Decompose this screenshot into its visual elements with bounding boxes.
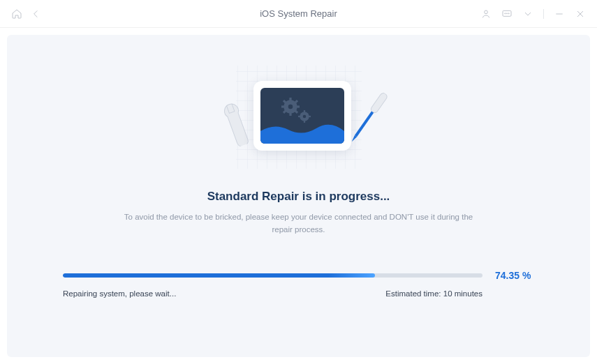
eta-text: Estimated time: 10 minutes	[385, 289, 482, 298]
svg-rect-23	[354, 112, 373, 137]
svg-point-7	[288, 105, 293, 109]
close-icon[interactable]	[573, 7, 587, 21]
svg-rect-11	[295, 105, 299, 107]
progress-bar-row: 74.35 %	[63, 270, 534, 281]
progress-percent: 74.35 %	[495, 270, 534, 281]
feedback-icon[interactable]	[500, 7, 514, 21]
svg-rect-18	[303, 110, 304, 113]
progress-subtext: To avoid the device to be bricked, pleas…	[117, 211, 480, 236]
svg-point-17	[302, 115, 306, 119]
account-icon[interactable]	[479, 7, 493, 21]
status-text: Repairing system, please wait...	[63, 289, 176, 298]
svg-rect-22	[369, 92, 388, 114]
titlebar-right	[479, 7, 587, 21]
progress-track	[63, 273, 482, 278]
svg-point-3	[506, 13, 507, 13]
titlebar-left	[10, 7, 43, 21]
svg-rect-10	[281, 105, 285, 107]
main-content: Standard Repair is in progress... To avo…	[7, 35, 590, 357]
app-window: iOS System Repair	[0, 0, 597, 364]
progress-fill	[63, 273, 375, 278]
progress-heading: Standard Repair is in progress...	[207, 190, 390, 204]
gear-icon	[298, 110, 311, 123]
svg-rect-9	[289, 112, 291, 116]
minimize-icon[interactable]	[552, 7, 566, 21]
svg-point-2	[505, 13, 506, 13]
device-icon	[253, 81, 351, 151]
svg-rect-20	[298, 116, 301, 117]
svg-rect-21	[308, 116, 311, 117]
svg-point-4	[508, 13, 509, 13]
home-icon[interactable]	[10, 7, 24, 21]
chevron-down-icon[interactable]	[521, 7, 535, 21]
svg-point-0	[485, 10, 488, 14]
titlebar-separator	[543, 9, 544, 19]
titlebar: iOS System Repair	[0, 0, 597, 28]
gear-icon	[281, 98, 300, 116]
svg-rect-8	[289, 98, 291, 101]
repair-illustration	[208, 61, 390, 173]
back-icon[interactable]	[29, 7, 43, 21]
status-row: Repairing system, please wait... Estimat…	[63, 289, 534, 298]
